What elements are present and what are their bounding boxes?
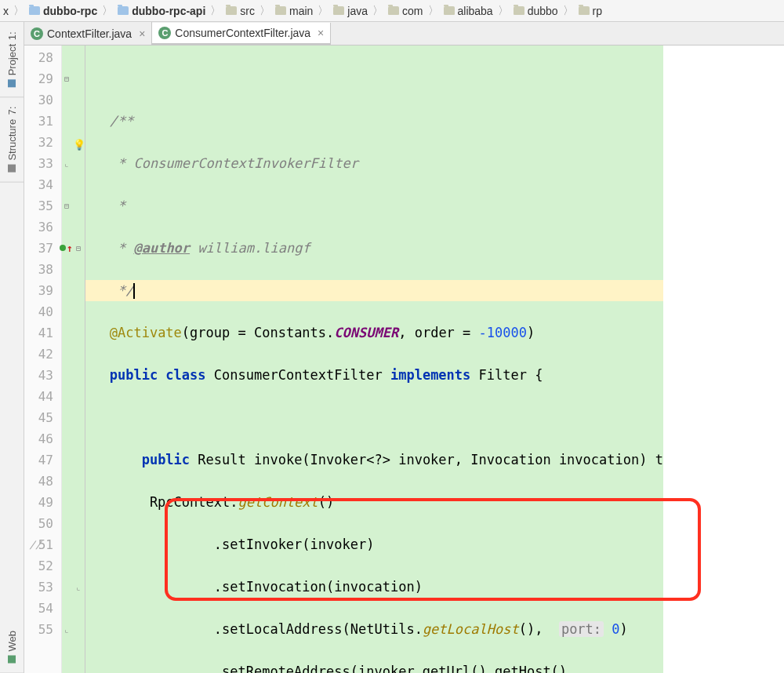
line-number[interactable]: 41 [24,322,53,344]
folder-icon [579,6,590,15]
breadcrumb-item[interactable]: dubbo-rpc-api [114,5,209,17]
line-number[interactable]: 35 [24,195,53,216]
close-icon[interactable]: × [314,27,324,39]
line-number[interactable]: 32 [24,132,53,153]
breadcrumb-bar: x 〉 dubbo-rpc 〉 dubbo-rpc-api 〉 src 〉 ma… [0,0,784,22]
fold-end-icon[interactable]: ⌞ [64,153,69,174]
breadcrumb-item[interactable]: java [330,5,371,17]
folder-icon [333,6,344,15]
override-marker-icon[interactable] [60,245,66,251]
line-number[interactable]: 55 [24,619,53,640]
intention-bulb-icon[interactable]: 💡 [73,134,85,155]
line-number[interactable]: 48 [24,471,53,492]
side-tab-web[interactable]: Web [0,621,24,674]
line-number[interactable]: 29 [24,68,53,89]
fold-toggle-icon[interactable]: ⊟ [76,238,81,259]
line-number[interactable]: 38 [24,259,53,280]
gutter-comment-marker: // [9,534,62,555]
module-icon [118,6,129,15]
line-number[interactable]: 33 [24,153,53,174]
line-number[interactable]: 47 [24,449,53,471]
line-number[interactable]: 30 [24,89,53,111]
class-icon: C [158,27,171,39]
line-number[interactable]: 36 [24,216,53,238]
chevron-right-icon: 〉 [12,4,26,18]
breadcrumb-item[interactable]: alibaba [441,5,496,17]
module-icon [29,6,40,15]
line-number[interactable]: 37 [24,238,53,259]
editor-tab-active[interactable]: C ConsumerContextFilter.java × [152,23,331,45]
breadcrumb-item[interactable]: x [0,5,12,17]
fold-toggle-icon[interactable]: ⊟ [64,195,69,216]
line-number[interactable]: 46 [24,428,53,449]
line-number[interactable]: 53 [24,577,53,598]
breadcrumb-item[interactable]: dubbo [510,5,561,17]
chevron-right-icon: 〉 [426,4,441,18]
fold-end-icon[interactable]: ⌞ [76,577,81,598]
line-number[interactable]: 49 [24,492,53,513]
chevron-right-icon: 〉 [258,4,272,18]
folder-icon [275,6,286,15]
line-number[interactable]: 34 [24,174,53,195]
line-number[interactable]: 45 [24,407,53,428]
folder-icon [514,6,524,15]
editor-fold-gutter[interactable]: ⊟ 💡 ⌞ ⊟ ↑⊟ // ⌞ ⌞ [62,45,85,673]
folder-icon [388,6,399,15]
line-number[interactable]: 50 [24,513,53,534]
breadcrumb-item[interactable]: src [223,5,258,17]
folder-icon [444,6,455,15]
side-tab-project[interactable]: Project 1: [0,22,24,97]
chevron-right-icon: 〉 [371,4,385,18]
side-tab-structure[interactable]: Structure 7: [0,97,24,183]
line-number[interactable]: 52 [24,555,53,577]
fold-end-icon[interactable]: ⌞ [64,619,69,640]
line-number[interactable]: 43 [24,365,53,386]
class-icon: C [31,27,43,40]
tab-label: ConsumerContextFilter.java [175,27,310,39]
code-editor[interactable]: /** * ConsumerContextInvokerFilter * * @… [85,45,663,673]
web-icon [8,655,16,663]
inlay-hint: port: [559,621,604,637]
text-cursor [133,283,135,299]
line-number[interactable]: 54 [24,598,53,619]
close-icon[interactable]: × [136,27,145,40]
line-number[interactable]: 42 [24,344,53,365]
editor-area: 28 29 30 31 32 33 34 35 36 37 38 39 40 4… [0,45,784,673]
chevron-right-icon: 〉 [561,4,575,18]
editor-tab[interactable]: C ContextFilter.java × [24,22,152,45]
structure-icon [8,165,16,173]
project-icon [8,79,16,87]
line-number-gutter[interactable]: 28 29 30 31 32 33 34 35 36 37 38 39 40 4… [24,45,62,673]
tool-window-bar: Project 1: Structure 7: Web [0,22,24,673]
editor-tabs: C ContextFilter.java × C ConsumerContext… [24,22,784,45]
line-number[interactable]: 31 [24,111,53,132]
fold-toggle-icon[interactable]: ⊟ [64,68,69,89]
chevron-right-icon: 〉 [209,4,223,18]
breadcrumb-item[interactable]: main [272,5,316,17]
folder-icon [226,6,237,15]
line-number[interactable]: 39 [24,280,53,301]
breadcrumb-item[interactable]: rp [575,5,605,17]
up-arrow-icon: ↑ [67,238,73,259]
tab-label: ContextFilter.java [47,27,132,40]
line-number[interactable]: 40 [24,301,53,322]
chevron-right-icon: 〉 [496,4,510,18]
chevron-right-icon: 〉 [100,4,114,18]
breadcrumb-item[interactable]: com [385,5,426,17]
line-number[interactable]: 28 [24,47,53,68]
chevron-right-icon: 〉 [316,4,330,18]
line-number[interactable]: 44 [24,386,53,407]
breadcrumb-item[interactable]: dubbo-rpc [26,5,100,17]
